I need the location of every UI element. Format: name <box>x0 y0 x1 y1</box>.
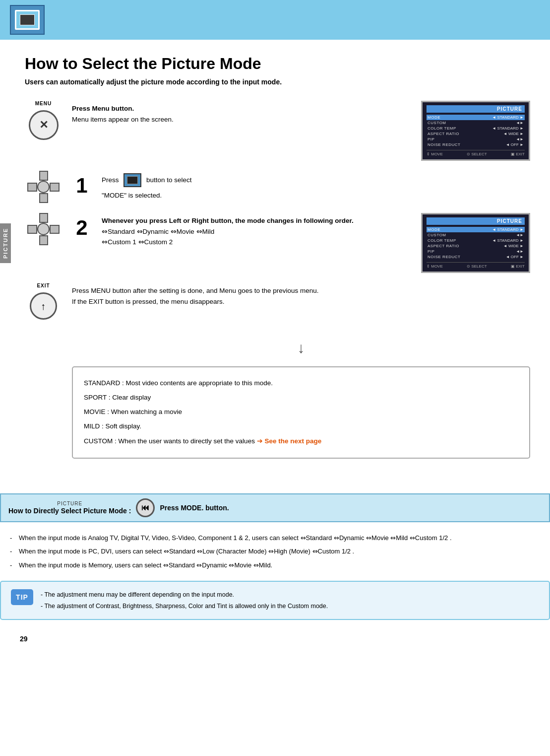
tv-menu-header-1: PICTURE <box>427 105 525 113</box>
step1-row: 1 Press button to select "MODE" is selec… <box>25 171 530 203</box>
tv-menu2-row-aspect: ASPECT RATIO◄ WIDE ► <box>427 243 525 249</box>
tip-line-2: - The adjustment of Contrast, Brightness… <box>41 601 328 612</box>
exit-arrow-icon: ↑ <box>41 301 46 311</box>
bullet-dash-3: - <box>10 559 16 571</box>
bottom-picture-label: PICTURE <box>57 501 82 506</box>
tv-menu-row-noise: NOISE REDUCT◄ OFF ► <box>427 142 525 147</box>
menu-action-bold: Press Menu button. <box>72 103 411 114</box>
bullet-text-3: When the input mode is Memory, users can… <box>19 559 272 571</box>
exit-action-1: Press MENU button after the setting is d… <box>72 285 530 296</box>
page-subtitle: Users can automatically adjust the pictu… <box>25 78 530 86</box>
bottom-press-text: Press MODE. button. <box>160 504 229 512</box>
tv-menu2-row-mode: MODE◄ STANDARD ► <box>427 227 525 232</box>
dpad-down <box>39 193 48 203</box>
tv-menu2-row-noise: NOISE REDUCT◄ OFF ► <box>427 254 525 260</box>
step2-dpad-right <box>50 225 60 234</box>
dpad-up <box>39 171 48 181</box>
step1-content: Press button to select "MODE" is selecte… <box>102 171 530 201</box>
main-content: How to Select the Picture Mode Users can… <box>0 40 550 483</box>
see-next-arrow-icon: ➔ <box>257 437 265 445</box>
dpad-right <box>50 183 60 192</box>
dpad-left <box>27 183 37 192</box>
bottom-bar-text: How to Directly Select Picture Mode : <box>8 507 131 515</box>
info-line-5: CUSTOM : When the user wants to directly… <box>84 434 518 448</box>
logo-box <box>10 5 45 35</box>
bullet-item-3: - When the input mode is Memory, users c… <box>10 559 540 571</box>
info-line-3: MOVIE : When watching a movie <box>84 405 518 418</box>
step2-dpad-left <box>27 225 37 234</box>
prev-icon: ⏮ <box>141 503 149 512</box>
bullet-item-2: - When the input mode is PC, DVI, users … <box>10 546 540 557</box>
tv-menu-mock-1: PICTURE MODE◄ STANDARD ► CUSTOM◄► COLOR … <box>421 101 530 161</box>
info-line-2: SPORT : Clear display <box>84 391 518 404</box>
step2-seq1: ⇔Standard ⇔Dynamic ⇔Movie ⇔Mild <box>102 226 411 237</box>
tv-menu-row-custom: CUSTOM◄► <box>427 120 525 126</box>
step1-line3: "MODE" is selected. <box>102 190 530 201</box>
step2-dpad-down <box>39 235 48 245</box>
tv-menu-header-2: PICTURE <box>427 217 525 225</box>
mode-prev-button[interactable]: ⏮ <box>136 498 155 517</box>
page-number: 29 <box>0 630 550 648</box>
bullet-text-1: When the input mode is Analog TV, Digita… <box>19 532 452 544</box>
see-next-link[interactable]: See the next page <box>265 437 322 445</box>
step2-dpad-center <box>37 223 50 235</box>
tip-box: TIP - The adjustment menu may be differe… <box>0 581 550 620</box>
step2-bold: Whenever you press Left or Right button,… <box>102 215 411 226</box>
steps-arrow-down: ↓ <box>72 340 530 356</box>
bullet-section: - When the input mode is Analog TV, Digi… <box>0 532 550 571</box>
step2-dpad[interactable] <box>27 213 60 245</box>
tv-menu2-row-colortemp: COLOR TEMP◄ STANDARD ► <box>427 238 525 243</box>
info-line-1: STANDARD : Most video contents are appro… <box>84 376 518 390</box>
dpad-center <box>37 181 50 193</box>
bullet-item-1: - When the input mode is Analog TV, Digi… <box>10 532 540 544</box>
bottom-bar: PICTURE How to Directly Select Picture M… <box>0 493 550 522</box>
bullet-text-2: When the input mode is PC, DVI, users ca… <box>19 546 354 557</box>
tv-menu-mock-2: PICTURE MODE◄ STANDARD ► CUSTOM◄► COLOR … <box>421 213 530 273</box>
step1-number: 1 <box>72 171 92 201</box>
step2-content: Whenever you press Left or Right button,… <box>102 213 411 248</box>
info-box: STANDARD : Most video contents are appro… <box>72 366 530 459</box>
menu-x-icon: ✕ <box>39 119 48 132</box>
menu-step-icon-col: MENU ✕ <box>25 101 62 140</box>
step2-icon-col <box>25 213 62 245</box>
menu-step-content: Press Menu button. Menu items appear on … <box>72 101 411 125</box>
tip-content: - The adjustment menu may be different d… <box>41 589 328 612</box>
tip-line-1: - The adjustment menu may be different d… <box>41 589 328 601</box>
step1-dpad[interactable] <box>27 171 60 203</box>
menu-step-row: MENU ✕ Press Menu button. Menu items app… <box>25 101 530 161</box>
step2-number: 2 <box>72 213 92 243</box>
exit-label: EXIT <box>37 283 50 288</box>
step1-icon-col <box>25 171 62 203</box>
tv-menu-row-pip: PIP◄► <box>427 137 525 142</box>
down-arrow-icon: ↓ <box>298 340 305 356</box>
tv-menu-row-aspect: ASPECT RATIO◄ WIDE ► <box>427 131 525 137</box>
exit-step-content: Press MENU button after the setting is d… <box>72 283 530 307</box>
step2-tv-menu: PICTURE MODE◄ STANDARD ► CUSTOM◄► COLOR … <box>421 213 530 273</box>
tv-menu2-row-custom: CUSTOM◄► <box>427 232 525 238</box>
page-title: How to Select the Picture Mode <box>25 55 530 73</box>
tip-badge: TIP <box>11 589 33 605</box>
tv-menu2-row-pip: PIP◄► <box>427 249 525 254</box>
step2-row: 2 Whenever you press Left or Right butto… <box>25 213 530 273</box>
step2-dpad-up <box>39 213 48 223</box>
info-line-4: MILD : Soft display. <box>84 419 518 433</box>
tv-menu-footer-1: ⇕ MOVE ⊙ SELECT ▣ EXIT <box>427 150 525 156</box>
menu-action: Menu items appear on the screen. <box>72 114 411 125</box>
tv-logo-icon <box>15 10 40 30</box>
exit-icon-col: EXIT ↑ <box>25 283 62 320</box>
exit-button[interactable]: ↑ <box>30 292 57 320</box>
tv-menu-footer-2: ⇕ MOVE ⊙ SELECT ▣ EXIT <box>427 262 525 269</box>
menu-tv-menu: PICTURE MODE◄ STANDARD ► CUSTOM◄► COLOR … <box>421 101 530 161</box>
side-label: PICTURE <box>0 223 11 263</box>
tv-menu-row-mode: MODE◄ STANDARD ► <box>427 115 525 120</box>
exit-action-2: If the EXIT button is pressed, the menu … <box>72 296 530 307</box>
bullet-dash-1: - <box>10 532 16 544</box>
menu-button[interactable]: ✕ <box>29 110 59 140</box>
steps-area: MENU ✕ Press Menu button. Menu items app… <box>25 101 530 330</box>
top-bar <box>0 0 550 40</box>
bullet-dash-2: - <box>10 546 16 557</box>
step2-seq2: ⇔Custom 1 ⇔Custom 2 <box>102 237 411 248</box>
step1-line1: Press button to select <box>102 173 530 187</box>
exit-step-row: EXIT ↑ Press MENU button after the setti… <box>25 283 530 320</box>
menu-label: MENU <box>35 101 52 106</box>
